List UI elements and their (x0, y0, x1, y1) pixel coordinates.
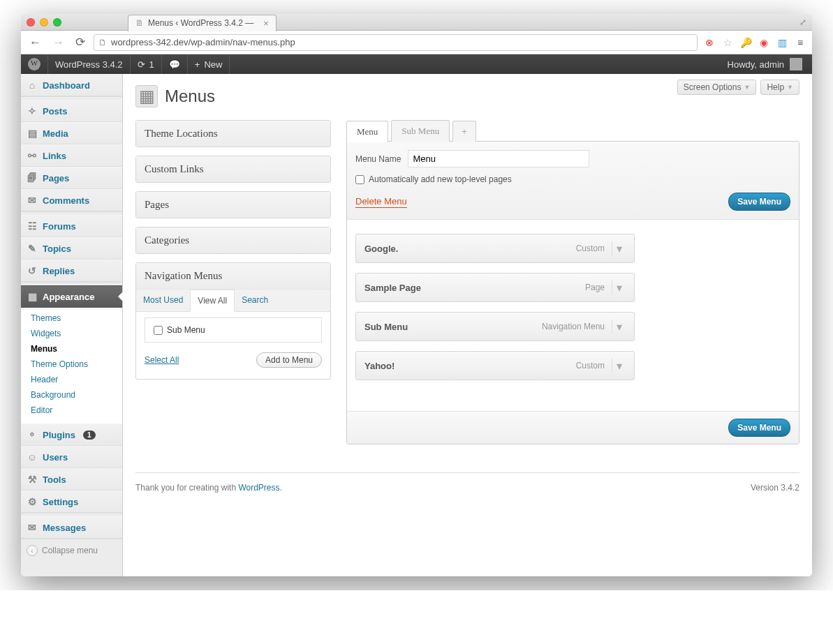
submenu-theme-options[interactable]: Theme Options (21, 357, 122, 372)
add-to-menu-button[interactable]: Add to Menu (256, 352, 322, 368)
sidebar-item-messages[interactable]: ✉Messages (21, 516, 122, 539)
sidebar-item-plugins[interactable]: ⚬Plugins1 (21, 424, 122, 446)
browser-tab[interactable]: 🗎 Menus ‹ WordPress 3.4.2 — × (128, 15, 277, 31)
minimize-icon[interactable] (40, 18, 48, 27)
collapse-menu[interactable]: ‹Collapse menu (21, 539, 122, 562)
sidebar-item-links[interactable]: ⚯Links (21, 144, 122, 167)
gear-icon: ⚙ (27, 496, 38, 507)
metabox-pages[interactable]: Pages (135, 191, 331, 218)
url-text: wordpress-342.dev/wp-admin/nav-menus.php (111, 37, 295, 47)
delete-menu-link[interactable]: Delete Menu (355, 196, 407, 208)
sidebar-item-tools[interactable]: ⚒Tools (21, 468, 122, 491)
appearance-submenu: Themes Widgets Menus Theme Options Heade… (21, 308, 122, 424)
menu-icon[interactable]: ≡ (794, 36, 806, 49)
screen-options-button[interactable]: Screen Options▼ (677, 80, 757, 95)
tab-add-menu[interactable]: + (452, 121, 476, 142)
plugin-icon: ⚬ (27, 429, 38, 440)
ext-icon-4[interactable]: ▥ (776, 36, 788, 49)
nav-item-checkbox[interactable]: Sub Menu (154, 325, 313, 335)
zoom-icon[interactable] (53, 18, 61, 27)
comments-menu[interactable]: 💬 (162, 54, 188, 74)
sidebar-item-appearance[interactable]: ▦Appearance (21, 285, 122, 308)
menu-panel: Menu Name Automatically add new top-leve… (346, 141, 799, 444)
sidebar-item-settings[interactable]: ⚙Settings (21, 491, 122, 513)
checkbox-submenu[interactable] (154, 326, 163, 335)
ext-icon-1[interactable]: ⊗ (703, 36, 716, 49)
sidebar-item-posts[interactable]: ✧Posts (21, 100, 122, 122)
sidebar-item-users[interactable]: ☺Users (21, 446, 122, 468)
comment-icon: 💬 (169, 59, 180, 70)
submenu-background[interactable]: Background (21, 387, 122, 403)
site-name-menu[interactable]: WordPress 3.4.2 (48, 54, 131, 74)
sidebar-item-dashboard[interactable]: ⌂Dashboard (21, 74, 122, 96)
comment-icon: ✉ (27, 195, 38, 206)
metabox-categories[interactable]: Categories (135, 227, 331, 254)
submenu-editor[interactable]: Editor (21, 403, 122, 418)
globe-icon: 🗋 (98, 38, 107, 47)
wordpress-link[interactable]: WordPress (238, 483, 279, 493)
address-bar[interactable]: 🗋 wordpress-342.dev/wp-admin/nav-menus.p… (94, 34, 698, 51)
menu-item-row[interactable]: Sample Page Page ▾ (355, 273, 635, 302)
tab-most-used[interactable]: Most Used (136, 290, 190, 311)
content-area: Screen Options▼ Help▼ ▦ Menus Theme Loca… (123, 74, 812, 576)
replies-icon: ↺ (27, 265, 38, 276)
submenu-widgets[interactable]: Widgets (21, 326, 122, 341)
menu-tabs: Menu Sub Menu + (346, 120, 799, 142)
menu-item-row[interactable]: Sub Menu Navigation Menu ▾ (355, 312, 635, 341)
sidebar-item-media[interactable]: ▤Media (21, 122, 122, 144)
metabox-nav-title[interactable]: Navigation Menus (136, 263, 330, 289)
menu-item-row[interactable]: Google. Custom ▾ (355, 234, 635, 263)
bookmark-icon[interactable]: ☆ (721, 36, 734, 49)
menu-item-row[interactable]: Yahoo! Custom ▾ (355, 351, 635, 380)
tab-close-icon[interactable]: × (263, 18, 269, 29)
page-icon: 🗎 (135, 18, 144, 28)
reload-button[interactable]: ⟳ (73, 35, 88, 50)
metabox-custom-links[interactable]: Custom Links (135, 156, 331, 183)
ext-icon-2[interactable]: 🔑 (739, 36, 752, 49)
users-icon: ☺ (27, 451, 38, 463)
browser-toolbar: ← → ⟳ 🗋 wordpress-342.dev/wp-admin/nav-m… (21, 31, 812, 54)
tab-search[interactable]: Search (235, 290, 275, 311)
expand-icon[interactable]: ⤢ (799, 17, 806, 27)
close-icon[interactable] (27, 18, 35, 27)
metabox-theme-locations[interactable]: Theme Locations (135, 120, 331, 147)
chevron-down-icon[interactable]: ▾ (612, 241, 626, 255)
sidebar-item-topics[interactable]: ✎Topics (21, 237, 122, 260)
sidebar-item-replies[interactable]: ↺Replies (21, 260, 122, 282)
plus-icon: + (195, 59, 200, 70)
tab-view-all[interactable]: View All (190, 290, 235, 312)
submenu-header[interactable]: Header (21, 372, 122, 387)
chevron-down-icon[interactable]: ▾ (612, 359, 626, 373)
save-menu-button-top[interactable]: Save Menu (728, 193, 790, 211)
chevron-down-icon[interactable]: ▾ (612, 280, 626, 294)
help-button[interactable]: Help▼ (760, 80, 799, 95)
chevron-down-icon[interactable]: ▾ (612, 320, 626, 334)
admin-footer: Thank you for creating with WordPress. V… (135, 472, 799, 505)
updates-menu[interactable]: ⟳1 (131, 54, 162, 74)
menu-name-input[interactable] (408, 150, 589, 167)
submenu-themes[interactable]: Themes (21, 310, 122, 326)
ext-icon-3[interactable]: ◉ (758, 36, 770, 49)
sidebar-item-comments[interactable]: ✉Comments (21, 189, 122, 211)
topics-icon: ✎ (27, 243, 38, 254)
new-content-menu[interactable]: +New (188, 54, 230, 74)
menus-icon: ▦ (135, 85, 158, 107)
metabox-navigation-menus: Navigation Menus Most Used View All Sear… (135, 262, 331, 380)
tab-menu[interactable]: Menu (346, 121, 388, 142)
auto-add-checkbox[interactable] (355, 175, 364, 184)
auto-add-label: Automatically add new top-level pages (369, 174, 512, 184)
menu-name-label: Menu Name (355, 154, 401, 164)
mac-titlebar: 🗎 Menus ‹ WordPress 3.4.2 — × ⤢ (21, 14, 812, 31)
sidebar-item-pages[interactable]: 🗐Pages (21, 167, 122, 189)
submenu-menus[interactable]: Menus (21, 341, 122, 357)
account-menu[interactable]: Howdy, admin (725, 58, 805, 70)
chevron-down-icon: ▼ (787, 84, 793, 91)
save-menu-button-bottom[interactable]: Save Menu (728, 419, 790, 437)
forward-button[interactable]: → (50, 36, 67, 50)
sidebar-item-forums[interactable]: ☷Forums (21, 215, 122, 237)
tab-sub-menu[interactable]: Sub Menu (391, 120, 450, 142)
back-button[interactable]: ← (27, 36, 44, 50)
tab-title: Menus ‹ WordPress 3.4.2 — (148, 18, 253, 28)
wp-logo-menu[interactable] (28, 54, 48, 74)
select-all-link[interactable]: Select All (145, 355, 179, 365)
